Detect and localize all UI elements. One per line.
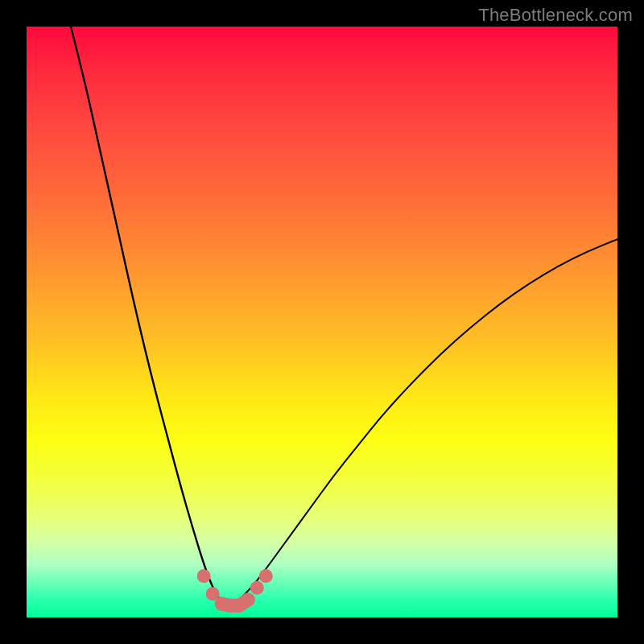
- watermark-text: TheBottleneck.com: [478, 5, 633, 26]
- trough-marker-group: [197, 569, 273, 613]
- right-curve-path: [239, 239, 617, 600]
- chart-frame: TheBottleneck.com: [0, 0, 644, 644]
- trough-dot: [197, 569, 211, 583]
- trough-dot: [250, 581, 264, 595]
- trough-dot: [242, 592, 255, 606]
- chart-overlay-svg: [27, 27, 617, 617]
- left-curve-path: [71, 27, 221, 603]
- trough-dot: [259, 569, 273, 583]
